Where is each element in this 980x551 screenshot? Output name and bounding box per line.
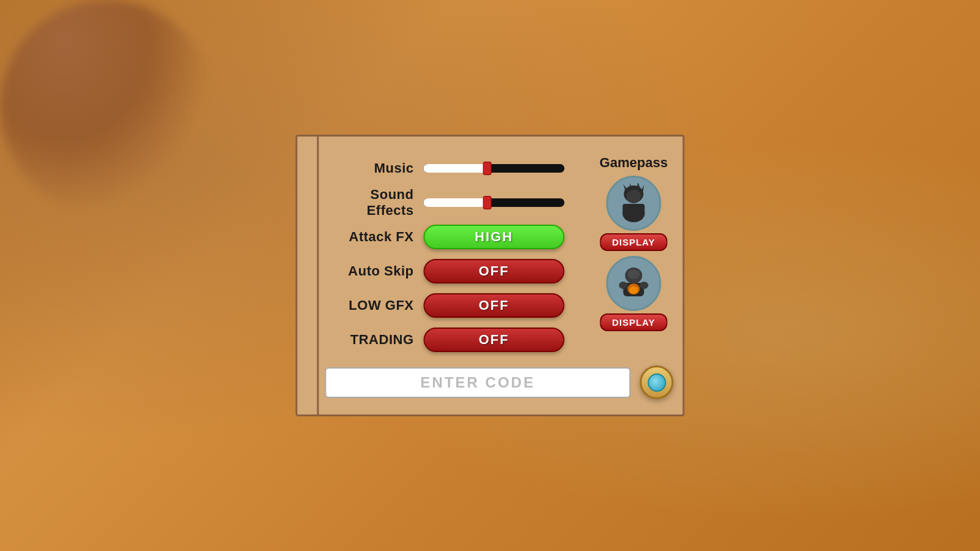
svg-marker-3 — [636, 182, 640, 189]
music-slider[interactable] — [424, 163, 565, 174]
code-input[interactable] — [325, 367, 631, 398]
submit-button[interactable] — [640, 365, 674, 399]
svg-point-9 — [627, 269, 639, 279]
attack-fx-label: Attack FX — [325, 229, 414, 245]
sound-track — [424, 198, 565, 207]
svg-rect-7 — [622, 204, 644, 216]
bottom-section — [298, 359, 683, 399]
svg-marker-4 — [641, 185, 644, 192]
background-decoration — [0, 0, 214, 214]
svg-point-12 — [629, 287, 638, 294]
auto-skip-label: Auto Skip — [325, 263, 414, 279]
submit-icon — [647, 373, 666, 392]
attack-fx-row: Attack FX HIGH — [325, 223, 588, 250]
music-track — [424, 164, 565, 173]
low-gfx-label: LOW GFX — [325, 298, 414, 313]
auto-skip-row: Auto Skip OFF — [325, 258, 588, 285]
gamepass-avatar-1 — [606, 176, 661, 231]
sound-effects-slider[interactable] — [424, 197, 565, 208]
gamepass-display-button-2[interactable]: DISPLAY — [600, 313, 668, 331]
gamepass-display-button-1[interactable]: DISPLAY — [600, 233, 668, 251]
low-gfx-row: LOW GFX OFF — [325, 292, 588, 319]
low-gfx-toggle[interactable]: OFF — [424, 293, 565, 318]
music-fill — [424, 164, 488, 173]
gamepass-item-1: DISPLAY — [600, 176, 668, 251]
svg-point-13 — [619, 282, 627, 289]
auto-skip-toggle[interactable]: OFF — [424, 259, 565, 283]
sound-effects-row: Sound Effects — [325, 189, 588, 216]
music-label: Music — [325, 160, 414, 176]
music-thumb[interactable] — [483, 162, 491, 175]
gamepass-avatar-2 — [606, 256, 661, 311]
sound-fill — [424, 198, 488, 207]
svg-point-14 — [639, 282, 648, 289]
music-row: Music — [325, 155, 588, 182]
settings-list: Music Sound Effects — [325, 155, 588, 353]
sound-thumb[interactable] — [483, 196, 491, 209]
sound-effects-label: Sound Effects — [325, 187, 414, 219]
attack-fx-toggle[interactable]: HIGH — [424, 225, 565, 249]
trading-row: TRADING OFF — [325, 326, 588, 353]
svg-point-5 — [626, 190, 641, 203]
gamepass-item-2: DISPLAY — [600, 256, 668, 331]
settings-panel: Music Sound Effects — [296, 135, 685, 416]
gamepass-section: Gamepass — [594, 155, 674, 353]
trading-toggle[interactable]: OFF — [424, 328, 565, 352]
trading-label: TRADING — [325, 332, 414, 348]
gamepass-label: Gamepass — [600, 155, 668, 171]
